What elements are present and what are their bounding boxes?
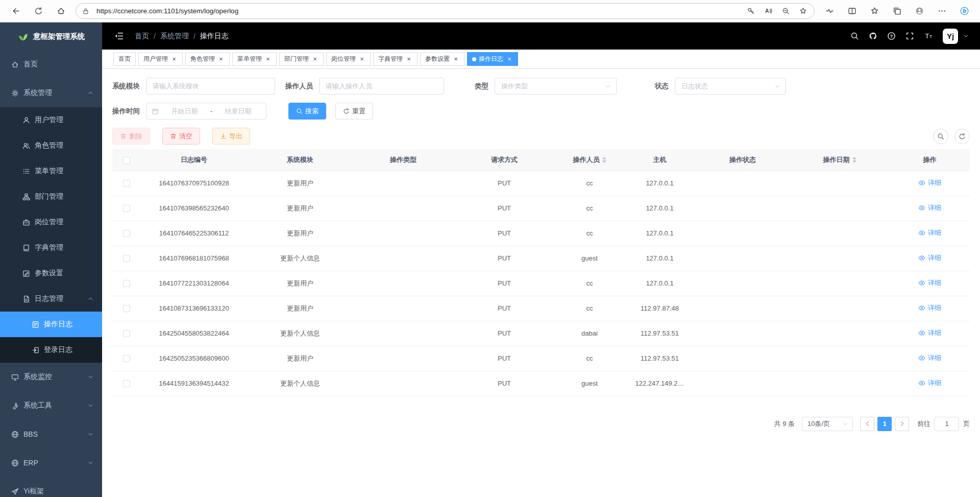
detail-link[interactable]: 详细	[918, 253, 941, 263]
key-icon[interactable]	[743, 5, 759, 18]
clear-button[interactable]: 清空	[162, 128, 200, 145]
tab-close-icon[interactable]: ×	[311, 56, 318, 63]
read-aloud-icon[interactable]: A	[760, 5, 776, 18]
row-checkbox[interactable]	[123, 280, 130, 287]
sidebar-item-monitor[interactable]: 系统监控	[0, 363, 102, 391]
operator-input[interactable]	[319, 78, 444, 94]
search-icon[interactable]	[933, 129, 948, 144]
tab-param[interactable]: 参数设置×	[420, 52, 464, 66]
detail-link[interactable]: 详细	[918, 203, 941, 212]
sidebar-item-menu[interactable]: 菜单管理	[0, 158, 102, 184]
sidebar-item-bbs[interactable]: BBS	[0, 420, 102, 448]
select-all-checkbox[interactable]	[123, 157, 130, 164]
tab-dept[interactable]: 部门管理×	[279, 52, 324, 66]
sort-carets[interactable]	[852, 157, 856, 163]
app-logo[interactable]: 意框架管理系统	[0, 22, 102, 50]
back-icon[interactable]	[6, 3, 26, 20]
url-text[interactable]: https://ccnetcore.com:1101/system/log/op…	[96, 7, 743, 15]
zoom-out-icon[interactable]	[777, 5, 794, 18]
sidebar-item-system[interactable]: 系统管理	[0, 79, 102, 107]
row-checkbox[interactable]	[123, 255, 130, 262]
current-page-button[interactable]: 1	[877, 417, 892, 431]
text-size-icon[interactable]: TT	[920, 29, 936, 44]
sidebar-item-yiframe[interactable]: Yi框架	[0, 477, 102, 497]
tab-role[interactable]: 角色管理×	[185, 52, 230, 66]
search-button[interactable]: 搜索	[288, 103, 326, 120]
detail-link[interactable]: 详细	[918, 228, 941, 238]
export-button[interactable]: 导出	[212, 128, 250, 145]
detail-link[interactable]: 详细	[918, 378, 941, 388]
fullscreen-icon[interactable]	[902, 29, 917, 44]
module-input[interactable]	[146, 78, 275, 94]
tab-close-icon[interactable]: ×	[217, 56, 225, 63]
tab-dict[interactable]: 字典管理×	[373, 52, 418, 66]
row-checkbox[interactable]	[123, 305, 130, 312]
detail-link[interactable]: 详细	[918, 278, 941, 288]
split-screen-icon[interactable]	[842, 3, 862, 20]
row-checkbox[interactable]	[123, 380, 130, 387]
page-size-select[interactable]: 10条/页	[802, 417, 853, 431]
search-icon[interactable]	[847, 29, 862, 44]
status-select[interactable]: 日志状态	[675, 78, 786, 94]
sidebar-item-operlog[interactable]: 操作日志	[0, 312, 102, 337]
sidebar-item-dept[interactable]: 部门管理	[0, 184, 102, 209]
sidebar-item-user[interactable]: 用户管理	[0, 107, 102, 133]
tab-close-icon[interactable]: ×	[358, 56, 365, 63]
profile-icon[interactable]	[910, 3, 929, 20]
detail-link[interactable]: 详细	[918, 303, 941, 313]
essentials-icon[interactable]	[820, 3, 839, 20]
tab-close-icon[interactable]: ×	[170, 56, 178, 63]
sidebar-item-home[interactable]: 首页	[0, 50, 102, 79]
row-checkbox[interactable]	[123, 330, 130, 337]
sidebar-item-param[interactable]: 参数设置	[0, 261, 102, 286]
sidebar-item-erp[interactable]: ERP	[0, 448, 102, 477]
type-select[interactable]: 操作类型	[495, 78, 617, 94]
bing-icon[interactable]: b	[954, 3, 974, 20]
row-checkbox[interactable]	[123, 180, 130, 187]
next-page-button[interactable]	[895, 417, 909, 431]
sidebar-item-tools[interactable]: 系统工具	[0, 391, 102, 420]
daterange-input[interactable]: 开始日期 - 结束日期	[146, 103, 266, 120]
col-operator[interactable]: 操作人员	[555, 149, 624, 171]
sort-carets[interactable]	[602, 157, 606, 163]
home-icon[interactable]	[51, 3, 70, 20]
refresh-icon[interactable]	[954, 129, 970, 144]
sidebar-item-post[interactable]: 岗位管理	[0, 209, 102, 235]
tab-close-icon[interactable]: ×	[452, 56, 459, 63]
col-date[interactable]: 操作日期	[790, 149, 890, 171]
prev-page-button[interactable]	[860, 417, 874, 431]
row-checkbox[interactable]	[123, 205, 130, 212]
sidebar-item-log[interactable]: 日志管理	[0, 286, 102, 312]
sidebar-item-dict[interactable]: 字典管理	[0, 235, 102, 261]
detail-link[interactable]: 详细	[918, 328, 941, 338]
tab-close-icon[interactable]: ×	[506, 56, 513, 63]
favorite-add-icon[interactable]	[795, 5, 811, 18]
avatar[interactable]: Yj	[943, 29, 958, 44]
tab-user[interactable]: 用户管理×	[138, 52, 183, 66]
tab-menu[interactable]: 菜单管理×	[232, 52, 277, 66]
breadcrumb-item[interactable]: 系统管理	[160, 32, 189, 41]
breadcrumb-item[interactable]: 首页	[135, 32, 149, 41]
sidebar-item-role[interactable]: 角色管理	[0, 133, 102, 158]
tab-home[interactable]: 首页	[113, 52, 136, 66]
collections-icon[interactable]	[887, 3, 906, 20]
refresh-icon[interactable]	[29, 3, 48, 20]
favorites-icon[interactable]	[865, 3, 884, 20]
delete-button[interactable]: 删除	[112, 128, 150, 145]
chevron-down-icon[interactable]	[963, 33, 969, 39]
row-checkbox[interactable]	[123, 230, 130, 237]
tab-close-icon[interactable]: ×	[264, 56, 272, 63]
detail-link[interactable]: 详细	[918, 353, 941, 363]
address-bar[interactable]: https://ccnetcore.com:1101/system/log/op…	[76, 3, 815, 19]
row-checkbox[interactable]	[123, 355, 130, 362]
sidebar-toggle-icon[interactable]	[110, 28, 128, 45]
sidebar-item-loginlog[interactable]: 登录日志	[0, 337, 102, 363]
github-icon[interactable]	[865, 29, 880, 44]
tab-close-icon[interactable]: ×	[405, 56, 412, 63]
tab-operlog[interactable]: 操作日志×	[467, 52, 518, 66]
reset-button[interactable]: 重置	[335, 103, 373, 120]
help-icon[interactable]: ?	[884, 29, 899, 44]
more-icon[interactable]	[932, 3, 951, 20]
goto-page-input[interactable]	[935, 417, 959, 431]
tab-post[interactable]: 岗位管理×	[326, 52, 371, 66]
